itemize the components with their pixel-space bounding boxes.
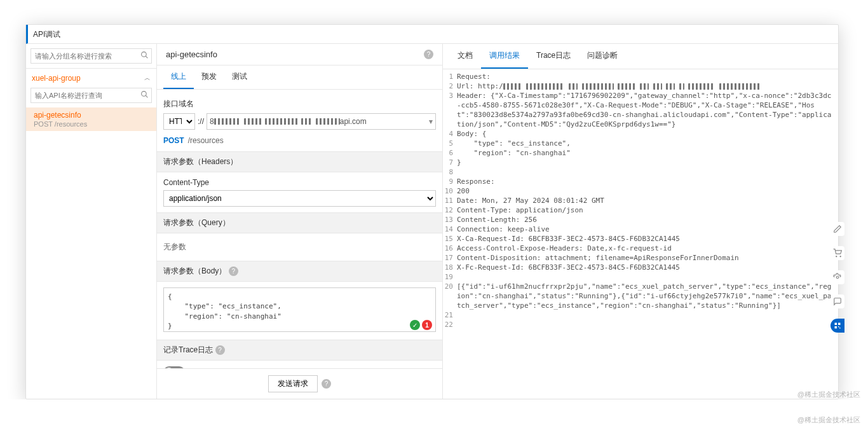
search-icon <box>140 51 149 61</box>
edit-icon[interactable] <box>831 222 844 236</box>
chat-icon[interactable] <box>831 294 844 308</box>
tab-diagnose[interactable]: 问题诊断 <box>579 44 626 69</box>
tab-tracelog[interactable]: Trace日志 <box>528 44 579 69</box>
svg-rect-9 <box>835 326 837 329</box>
protocol-select[interactable]: HTTP <box>163 113 195 130</box>
api-item-meta: POST /resources <box>34 120 149 128</box>
trace-section-title: 记录Trace日志 ? <box>157 340 442 361</box>
search-icon <box>140 90 149 100</box>
api-list-item[interactable]: api-getecsinfo POST /resources <box>26 107 156 131</box>
api-title: api-getecsinfo <box>166 50 217 59</box>
gear-icon[interactable] <box>831 270 844 284</box>
api-search-input[interactable] <box>31 88 152 103</box>
response-viewer[interactable]: 1Request:2Url: http:/ 3Header: {"X-Ca-Ti… <box>443 69 838 399</box>
watermark: @稀土掘金技术社区 <box>797 390 860 399</box>
svg-rect-11 <box>839 328 841 329</box>
tab-result[interactable]: 调用结果 <box>481 44 528 69</box>
lint-error-badge[interactable]: 1 <box>422 320 432 330</box>
svg-rect-10 <box>838 326 839 328</box>
center-panel: api-getecsinfo ? 线上 预发 测试 接口域名 HTTP :// … <box>157 44 443 399</box>
help-icon[interactable]: ? <box>424 50 433 59</box>
api-item-name: api-getecsinfo <box>34 111 149 120</box>
api-group-header[interactable]: xuel-api-group ︿ <box>26 69 156 88</box>
page-title: API调试 <box>26 25 838 44</box>
body-section-title: 请求参数（Body） ? <box>157 261 442 282</box>
headers-section-title: 请求参数（Headers） <box>157 151 442 172</box>
no-query-params: 无参数 <box>163 239 436 255</box>
help-icon[interactable]: ? <box>229 266 238 276</box>
method-path: POST/resources <box>163 136 436 145</box>
svg-point-0 <box>142 52 147 57</box>
group-search-input[interactable] <box>31 48 152 64</box>
obscured-domain <box>214 118 340 125</box>
help-icon[interactable]: ? <box>215 345 225 355</box>
chevron-up-icon: ︿ <box>144 74 151 83</box>
svg-point-4 <box>836 256 837 257</box>
trace-toggle[interactable] <box>163 366 185 368</box>
lint-ok-icon: ✓ <box>410 320 420 330</box>
domain-select[interactable]: 8 api.com ▾ <box>207 113 436 130</box>
api-group-name: xuel-api-group <box>32 74 81 83</box>
query-section-title: 请求参数（Query） <box>157 212 442 233</box>
tab-online[interactable]: 线上 <box>163 66 194 89</box>
protocol-sep: :// <box>198 113 204 130</box>
svg-point-6 <box>836 276 839 279</box>
svg-rect-8 <box>838 323 841 326</box>
tab-test[interactable]: 测试 <box>224 66 255 89</box>
content-type-select[interactable]: application/json <box>163 190 436 207</box>
send-request-button[interactable]: 发送请求 <box>268 375 318 392</box>
content-type-label: Content-Type <box>163 178 436 187</box>
svg-point-2 <box>142 92 147 97</box>
tab-prepub[interactable]: 预发 <box>194 66 224 89</box>
cart-icon[interactable] <box>831 246 844 260</box>
right-panel: 文档 调用结果 Trace日志 问题诊断 1Request:2Url: http… <box>443 44 838 399</box>
svg-line-1 <box>146 56 147 58</box>
float-toolbar <box>831 222 844 333</box>
body-editor[interactable] <box>163 287 436 332</box>
help-icon[interactable]: ? <box>322 379 331 389</box>
domain-label: 接口域名 <box>163 99 436 109</box>
sidebar: xuel-api-group ︿ api-getecsinfo POST /re… <box>26 44 157 399</box>
qr-icon[interactable] <box>831 319 844 333</box>
svg-point-5 <box>840 256 841 257</box>
svg-line-3 <box>146 95 147 97</box>
svg-rect-7 <box>835 323 837 326</box>
tab-doc[interactable]: 文档 <box>449 44 481 69</box>
